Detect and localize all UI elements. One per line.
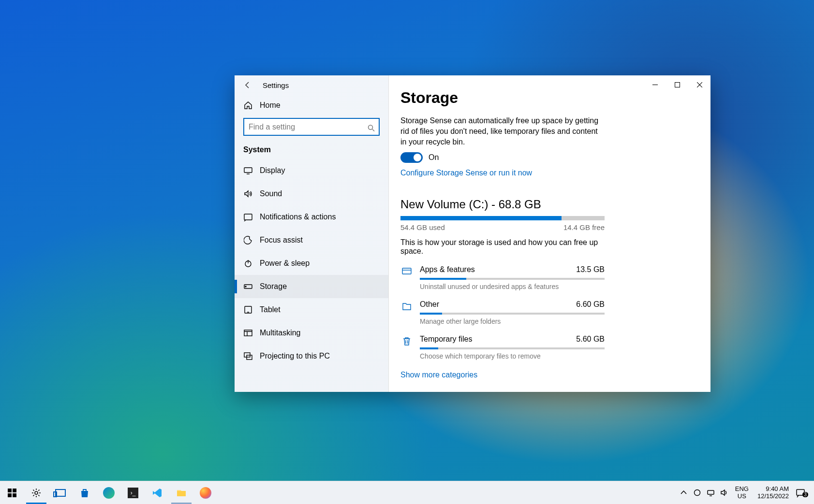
titlebar: Settings bbox=[235, 75, 388, 95]
sidebar-item-tablet[interactable]: Tablet bbox=[235, 298, 388, 321]
taskbar: ›_ ENG US 9:40 AM 12/15/2022 bbox=[0, 481, 814, 504]
notifications-icon bbox=[243, 213, 253, 221]
storage-sense-toggle[interactable] bbox=[400, 152, 423, 163]
back-button[interactable] bbox=[240, 78, 255, 92]
taskview-icon bbox=[55, 489, 66, 497]
taskbar-explorer[interactable] bbox=[169, 481, 193, 504]
category-other[interactable]: Other 6.60 GB Manage other large folders bbox=[400, 300, 605, 325]
section-label: System bbox=[235, 142, 388, 159]
page-title: Storage bbox=[400, 89, 605, 107]
home-icon bbox=[243, 101, 253, 110]
sidebar-item-focus-assist[interactable]: Focus assist bbox=[235, 229, 388, 252]
nav-label: Sound bbox=[260, 189, 282, 198]
category-apps-features[interactable]: Apps & features 13.5 GB Uninstall unused… bbox=[400, 265, 605, 290]
taskbar-settings[interactable] bbox=[24, 481, 48, 504]
tray-onedrive-icon[interactable] bbox=[691, 489, 704, 497]
taskbar-vscode[interactable] bbox=[145, 481, 169, 504]
trash-icon bbox=[400, 336, 413, 346]
svg-rect-18 bbox=[708, 490, 714, 494]
nav-label: Focus assist bbox=[260, 236, 303, 245]
apps-icon bbox=[400, 266, 413, 277]
power-icon bbox=[243, 259, 253, 268]
sidebar-nav: Display Sound Notifications & actions Fo… bbox=[235, 159, 388, 368]
category-sub: Uninstall unused or undesired apps & fea… bbox=[420, 283, 605, 290]
nav-label: Notifications & actions bbox=[260, 213, 336, 221]
tray-overflow[interactable] bbox=[677, 489, 691, 497]
nav-label: Projecting to this PC bbox=[260, 352, 330, 360]
svg-rect-14 bbox=[8, 493, 12, 497]
configure-storage-sense-link[interactable]: Configure Storage Sense or run it now bbox=[400, 169, 532, 177]
volume-hint: This is how your storage is used and how… bbox=[400, 238, 605, 256]
volume-free-label: 14.4 GB free bbox=[563, 223, 605, 231]
taskbar-store[interactable] bbox=[73, 481, 97, 504]
nav-label: Power & sleep bbox=[260, 259, 310, 268]
minimize-button[interactable] bbox=[644, 75, 666, 94]
svg-point-17 bbox=[695, 490, 700, 496]
svg-rect-8 bbox=[244, 330, 252, 336]
tablet-icon bbox=[243, 305, 253, 314]
close-button[interactable] bbox=[688, 75, 710, 94]
taskbar-taskview[interactable] bbox=[48, 481, 73, 504]
show-more-categories-link[interactable]: Show more categories bbox=[400, 371, 477, 379]
search-icon bbox=[368, 124, 375, 133]
taskbar-edge[interactable] bbox=[97, 481, 121, 504]
tray-notifications[interactable]: 3 bbox=[794, 488, 813, 498]
window-controls bbox=[644, 75, 710, 94]
category-temporary-files[interactable]: Temporary files 5.60 GB Choose which tem… bbox=[400, 335, 605, 360]
folder-icon bbox=[400, 301, 413, 312]
taskbar-firefox[interactable] bbox=[193, 481, 218, 504]
category-name: Temporary files bbox=[420, 335, 472, 344]
svg-point-16 bbox=[35, 491, 38, 494]
sidebar-item-projecting[interactable]: Projecting to this PC bbox=[235, 345, 388, 368]
tray-language[interactable]: ENG US bbox=[731, 486, 753, 500]
projecting-icon bbox=[243, 352, 253, 360]
taskbar-terminal[interactable]: ›_ bbox=[121, 481, 145, 504]
terminal-icon: ›_ bbox=[128, 488, 138, 498]
tray-network-icon[interactable] bbox=[704, 489, 718, 497]
svg-rect-13 bbox=[13, 489, 16, 492]
tray-clock[interactable]: 9:40 AM 12/15/2022 bbox=[753, 486, 794, 500]
sidebar-item-multitasking[interactable]: Multitasking bbox=[235, 321, 388, 345]
start-button[interactable] bbox=[0, 481, 24, 504]
sound-icon bbox=[243, 189, 253, 198]
home-label: Home bbox=[260, 101, 281, 110]
category-sub: Manage other large folders bbox=[420, 317, 605, 325]
svg-rect-0 bbox=[675, 82, 680, 87]
search-input[interactable] bbox=[243, 118, 380, 136]
sidebar-item-display[interactable]: Display bbox=[235, 159, 388, 182]
sidebar-item-power-sleep[interactable]: Power & sleep bbox=[235, 252, 388, 275]
sidebar-item-home[interactable]: Home bbox=[235, 95, 388, 116]
volume-title: New Volume (C:) - 68.8 GB bbox=[400, 198, 605, 211]
nav-label: Multitasking bbox=[260, 329, 300, 337]
sidebar-item-storage[interactable]: Storage bbox=[235, 275, 388, 298]
display-icon bbox=[243, 166, 253, 175]
category-sub: Choose which temporary files to remove bbox=[420, 352, 605, 360]
svg-rect-2 bbox=[244, 168, 252, 173]
maximize-button[interactable] bbox=[666, 75, 688, 94]
category-name: Other bbox=[420, 300, 439, 309]
edge-icon bbox=[103, 487, 115, 499]
content-pane: Storage Storage Sense can automatically … bbox=[389, 75, 710, 392]
storage-icon bbox=[243, 282, 253, 291]
nav-label: Storage bbox=[260, 282, 287, 291]
svg-rect-11 bbox=[402, 268, 411, 274]
tray-volume-icon[interactable] bbox=[718, 489, 731, 497]
window-title: Settings bbox=[263, 81, 289, 89]
sidebar-item-notifications[interactable]: Notifications & actions bbox=[235, 205, 388, 229]
svg-point-6 bbox=[245, 286, 246, 287]
svg-rect-15 bbox=[13, 493, 16, 497]
storage-sense-description: Storage Sense can automatically free up … bbox=[400, 115, 605, 147]
svg-point-1 bbox=[369, 125, 373, 130]
toggle-state-label: On bbox=[429, 153, 439, 162]
volume-usage-fill bbox=[400, 216, 562, 220]
notif-badge: 3 bbox=[802, 492, 808, 497]
nav-label: Tablet bbox=[260, 305, 281, 314]
focus-assist-icon bbox=[243, 236, 253, 245]
volume-used-label: 54.4 GB used bbox=[400, 223, 445, 231]
svg-rect-12 bbox=[8, 489, 12, 492]
category-size: 5.60 GB bbox=[576, 335, 605, 344]
settings-window: Settings Home System Display bbox=[235, 75, 710, 392]
category-name: Apps & features bbox=[420, 265, 475, 274]
sidebar-item-sound[interactable]: Sound bbox=[235, 182, 388, 205]
nav-label: Display bbox=[260, 166, 285, 175]
